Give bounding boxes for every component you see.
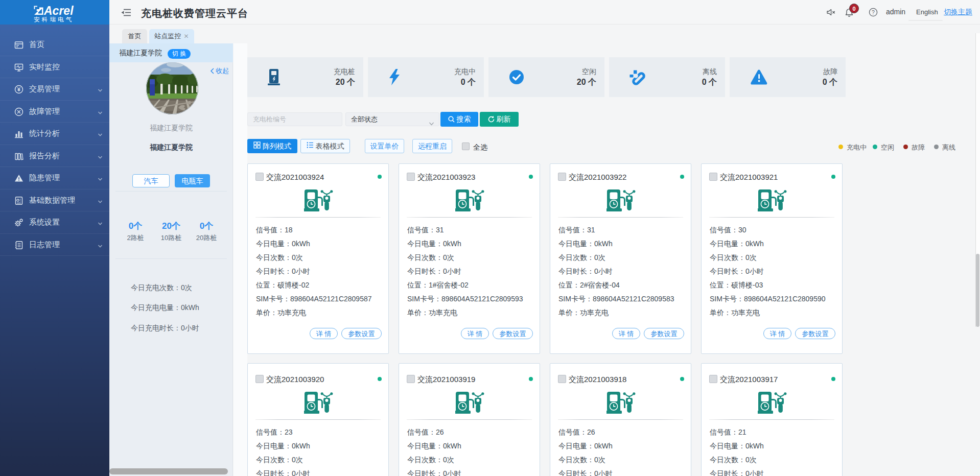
svg-text:Acrel: Acrel (43, 4, 74, 17)
svg-text:?: ? (872, 9, 875, 15)
svg-text:安科瑞电气: 安科瑞电气 (34, 16, 74, 22)
